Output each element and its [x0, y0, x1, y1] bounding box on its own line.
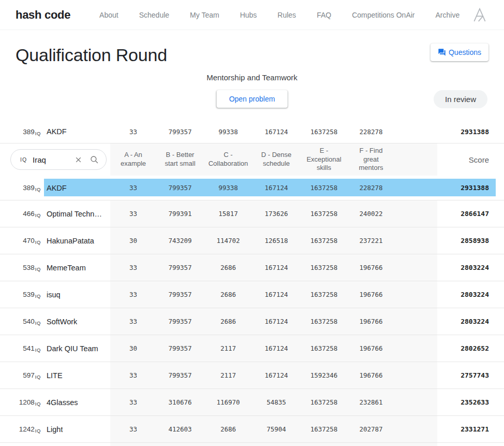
nav-item-competitions-onair[interactable]: Competitions OnAir [352, 11, 414, 19]
team-search-box[interactable]: IQ Iraq [10, 149, 107, 170]
score-f-cell: 196766 [348, 254, 394, 281]
table-row[interactable]: 466IQ Optimal Techn… 33 799391 15817 173… [0, 200, 504, 227]
nav-item-my-team[interactable]: My Team [190, 11, 219, 19]
score-b-cell: 310676 [156, 389, 204, 415]
table-row[interactable]: 539IQ isuq 33 799357 2686 167124 1637258… [0, 281, 504, 308]
questions-button[interactable]: Questions [431, 44, 488, 61]
band-spacer [394, 227, 437, 254]
score-c-cell: 15817 [204, 200, 253, 227]
score-c-cell: 116970 [204, 389, 253, 415]
country-code: IQ [35, 131, 41, 136]
title-row: Qualification Round Questions [0, 30, 504, 66]
rank-cell: 539IQ [0, 281, 44, 308]
row-right-edge [496, 120, 504, 143]
row-right-edge [496, 335, 504, 362]
brand-logo[interactable]: hash code [16, 8, 70, 22]
clear-search-icon[interactable] [74, 155, 83, 164]
table-row[interactable]: 389IQ AKDF 33 799357 99338 167124 163725… [0, 176, 504, 200]
column-header-score: Score [437, 143, 496, 176]
score-e-cell: 1637258 [300, 389, 348, 415]
nav-item-about[interactable]: About [99, 11, 118, 19]
total-score-cell: 2803224 [437, 254, 496, 281]
score-b-cell: 799357 [156, 335, 204, 362]
score-c-cell: 2117 [204, 362, 253, 389]
country-code: IQ [35, 374, 41, 380]
nav-item-faq[interactable]: FAQ [317, 11, 331, 19]
score-e-cell: 1592346 [300, 362, 348, 389]
total-score-cell: 2331271 [437, 416, 496, 442]
score-b-cell: 799391 [156, 200, 204, 227]
score-a-cell: 33 [110, 389, 156, 415]
band-spacer [394, 200, 437, 227]
score-d-cell: 167124 [253, 176, 300, 200]
country-code: IQ [35, 347, 41, 353]
score-c-cell: 2686 [204, 416, 253, 442]
score-f-cell: 196766 [348, 281, 394, 308]
row-right-edge [496, 362, 504, 389]
score-c-cell: 2117 [204, 335, 253, 362]
team-name-cell: isuq [44, 281, 110, 308]
band-spacer [394, 176, 437, 200]
team-name-cell: AKDF [44, 176, 110, 200]
score-e-cell: 1637258 [300, 416, 348, 442]
nav-item-archive[interactable]: Archive [436, 11, 460, 19]
total-score-cell: 2757743 [437, 362, 496, 389]
search-input[interactable]: Iraq [33, 155, 74, 164]
score-b-cell: 799357 [156, 254, 204, 281]
score-c-cell: 2686 [204, 254, 253, 281]
score-e-cell: 1637258 [300, 176, 348, 200]
row-right-edge [496, 416, 504, 442]
table-row[interactable]: 538IQ MemeTeam 33 799357 2686 167124 163… [0, 254, 504, 281]
open-problem-button[interactable]: Open problem [217, 90, 288, 108]
header-band-spacer [394, 143, 437, 176]
row-right-edge [496, 200, 504, 227]
score-a-cell: 33 [110, 176, 156, 200]
table-row[interactable]: 597IQ LITE 33 799357 2117 167124 1592346… [0, 362, 504, 389]
score-b-cell: 412603 [156, 416, 204, 442]
angular-a-logo-icon[interactable] [471, 6, 488, 24]
band-spacer [394, 416, 437, 442]
band-spacer [394, 120, 437, 143]
table-row[interactable]: 1208IQ 4Glasses 33 310676 116970 54835 1… [0, 389, 504, 416]
score-a-cell: 33 [110, 308, 156, 335]
column-header-d: D - Dense schedule [253, 143, 300, 176]
nav-items: AboutScheduleMy TeamHubsRulesFAQCompetit… [99, 11, 471, 19]
team-name-cell: SoftWork [44, 308, 110, 335]
problem-subtitle: Mentorship and Teamwork [0, 73, 504, 82]
rank-cell: 470IQ [0, 227, 44, 254]
table-row[interactable]: 1242IQ Light 33 412603 2686 75904 163725… [0, 416, 504, 443]
score-c-cell: 99338 [204, 120, 253, 143]
score-d-cell: 167124 [253, 362, 300, 389]
column-header-f: F - Find great mentors [348, 143, 394, 176]
score-e-cell: 1637258 [300, 120, 348, 143]
score-f-cell: 202787 [348, 416, 394, 442]
score-a-cell: 33 [110, 281, 156, 308]
table-row[interactable]: 541IQ Dark QIU Team 30 799357 2117 16712… [0, 335, 504, 362]
rank-cell: 389IQ [0, 176, 44, 200]
score-d-cell: 167124 [253, 281, 300, 308]
score-a-cell: 33 [110, 362, 156, 389]
table-row[interactable]: 470IQ HakunaPatata 30 743209 114702 1265… [0, 227, 504, 254]
row-right-edge [496, 254, 504, 281]
table-row[interactable]: 540IQ SoftWork 33 799357 2686 167124 163… [0, 308, 504, 335]
score-e-cell: 1637258 [300, 200, 348, 227]
country-code: IQ [35, 212, 41, 218]
score-a-cell: 33 [110, 120, 156, 143]
score-a-cell: 33 [110, 254, 156, 281]
table-tail [0, 443, 504, 446]
score-b-cell: 799357 [156, 308, 204, 335]
team-name-cell: Dark QIU Team [44, 335, 110, 362]
total-score-cell: 2802652 [437, 335, 496, 362]
score-f-cell: 237221 [348, 227, 394, 254]
team-name-cell: HakunaPatata [44, 227, 110, 254]
search-icon[interactable] [90, 155, 99, 165]
nav-item-hubs[interactable]: Hubs [240, 11, 257, 19]
country-code: IQ [35, 186, 41, 192]
rank-cell: 389IQ [0, 120, 44, 143]
score-b-cell: 799357 [156, 176, 204, 200]
score-b-cell: 799357 [156, 281, 204, 308]
pinned-team-row[interactable]: 389IQ AKDF 33 799357 99338 167124 163725… [0, 120, 504, 143]
total-score-cell: 2866147 [437, 200, 496, 227]
nav-item-schedule[interactable]: Schedule [139, 11, 169, 19]
nav-item-rules[interactable]: Rules [277, 11, 296, 19]
